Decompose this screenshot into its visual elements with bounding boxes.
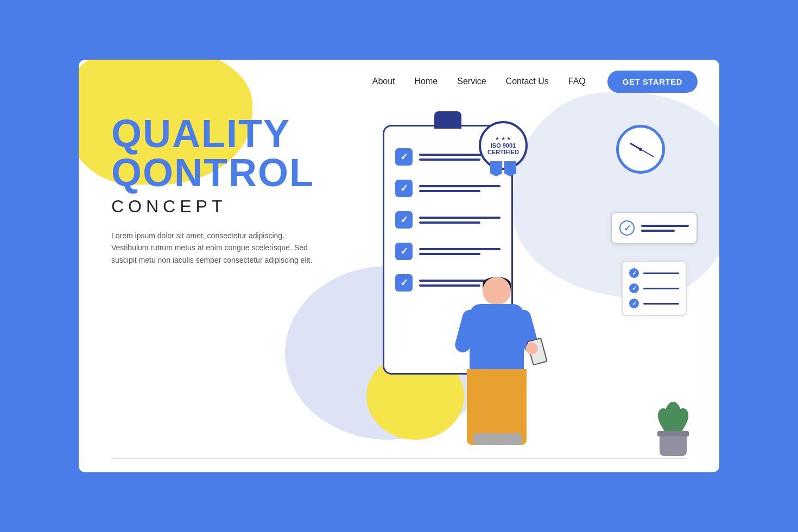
plant-decoration (660, 434, 687, 456)
check-card-lines-wrap (641, 225, 689, 232)
check-item-2: ✓ (395, 180, 501, 197)
check-card-icon: ✓ (619, 220, 635, 236)
small-check-item-3: ✓ (629, 299, 679, 308)
check-box-1: ✓ (395, 148, 413, 166)
small-check-circle-3: ✓ (629, 299, 639, 308)
person-shoe-right (496, 433, 522, 445)
check-box-3: ✓ (395, 211, 413, 229)
small-check-line-3 (643, 303, 679, 305)
plant-pot (660, 434, 687, 456)
nav-service[interactable]: Service (457, 77, 486, 86)
check-lines-2 (419, 185, 501, 192)
check-line-4a (419, 248, 501, 250)
small-check-line-2 (643, 288, 679, 289)
check-item-4: ✓ (395, 243, 501, 260)
small-check-line-1 (643, 273, 679, 274)
page-container: About Home Service Contact Us FAQ GET ST… (79, 60, 719, 472)
clock-inner (622, 130, 660, 168)
check-line-2b (419, 190, 480, 192)
clock-hand-minute (641, 149, 654, 157)
small-checklist-card: ✓ ✓ ✓ (622, 261, 687, 316)
check-box-2: ✓ (395, 180, 413, 197)
small-check-mark-2: ✓ (632, 285, 637, 292)
check-card-line-1 (641, 225, 689, 227)
clipboard-top (434, 111, 461, 129)
navbar: About Home Service Contact Us FAQ GET ST… (79, 60, 719, 103)
nav-contact[interactable]: Contact Us (506, 77, 549, 86)
small-check-item-1: ✓ (629, 268, 679, 278)
ribbon-right (504, 161, 516, 176)
iso-badge: ★ ★ ★ ISO 9001 CERTIFIED (479, 121, 533, 175)
check-card-line-2 (641, 230, 675, 232)
small-check-circle-1: ✓ (629, 268, 639, 278)
iso-text-line2: CERTIFIED (487, 149, 519, 155)
nav-home[interactable]: Home (415, 77, 438, 86)
clock-center-dot (639, 148, 642, 151)
person-head (483, 277, 511, 305)
check-line-3b (419, 221, 480, 224)
check-line-1b (419, 159, 480, 161)
person-body (470, 304, 524, 375)
clock-icon (616, 125, 665, 174)
illustration-area: ★ ★ ★ ISO 9001 CERTIFIED ✓ (285, 103, 719, 472)
check-line-3a (419, 217, 501, 219)
check-mark-2: ✓ (400, 182, 408, 194)
check-mark-4: ✓ (400, 245, 408, 257)
small-check-item-2: ✓ (629, 283, 679, 293)
small-check-mark-1: ✓ (632, 270, 637, 277)
iso-circle: ★ ★ ★ ISO 9001 CERTIFIED (479, 121, 528, 170)
ribbon-left (490, 161, 502, 176)
small-check-circle-2: ✓ (629, 283, 639, 293)
check-line-4b (419, 253, 480, 255)
check-mark-1: ✓ (400, 151, 408, 163)
get-started-button[interactable]: GET STARTED (607, 71, 698, 93)
nav-links: About Home Service Contact Us FAQ (372, 77, 586, 86)
nav-about[interactable]: About (372, 77, 395, 86)
person-shoe-left (473, 433, 499, 445)
check-mark-5: ✓ (400, 277, 408, 289)
iso-text-line1: ISO 9001 (491, 142, 516, 149)
check-lines-4 (419, 248, 501, 255)
iso-stars: ★ ★ ★ (495, 136, 511, 141)
iso-ribbon (490, 161, 516, 176)
check-card-big: ✓ (611, 212, 698, 244)
check-box-4: ✓ (395, 243, 413, 260)
small-check-mark-3: ✓ (632, 300, 637, 307)
check-mark-3: ✓ (400, 214, 408, 226)
check-item-3: ✓ (395, 211, 501, 229)
check-line-2a (419, 185, 501, 187)
check-lines-3 (419, 217, 501, 224)
check-box-5: ✓ (395, 274, 413, 292)
person-pants (467, 369, 527, 445)
person-figure (459, 277, 535, 461)
nav-faq[interactable]: FAQ (568, 77, 586, 86)
